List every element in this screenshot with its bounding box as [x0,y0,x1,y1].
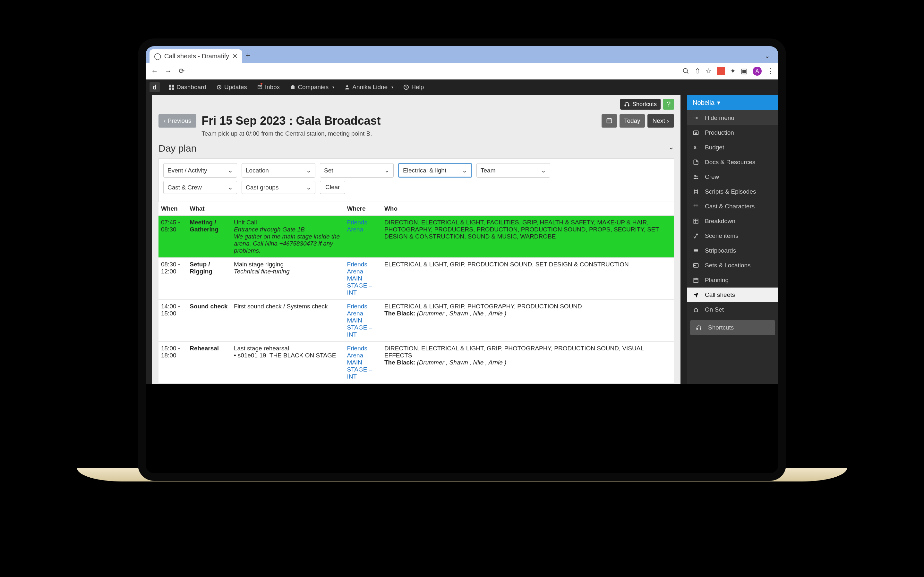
project-selector[interactable]: Nobella ▾ [687,95,779,110]
reload-button[interactable]: ⟳ [177,67,186,75]
sidebar-icon [693,203,700,210]
nav-companies[interactable]: Companies▾ [286,79,339,95]
menu-icon[interactable]: ⋮ [767,67,774,75]
tab-title: Call sheets - Dramatify [164,53,229,60]
browser-tab[interactable]: ◯ Call sheets - Dramatify ✕ [150,49,242,63]
sidebar-item[interactable]: Sets & Locations [687,258,779,273]
sidebar-item[interactable]: Crew [687,169,779,184]
svg-rect-39 [700,328,701,330]
star-icon[interactable]: ☆ [706,67,712,75]
svg-point-20 [695,132,697,134]
nav-dashboard[interactable]: Dashboard [164,79,211,95]
svg-rect-9 [292,85,294,86]
browser-toolbar: ← → ⟳ ⇧ ☆ ✦ ▣ A ⋮ [145,63,779,79]
filter-select[interactable]: Event / Activity⌄ [163,163,237,177]
section-heading: Day plan ⌄ [158,143,674,154]
location-link[interactable]: Friends ArenaMAIN STAGE – INT [347,345,372,380]
sidebar: Nobella ▾ ⇥ Hide menu Production$BudgetD… [687,95,779,384]
today-button[interactable]: Today [620,114,645,127]
svg-rect-13 [625,105,626,106]
svg-rect-38 [696,328,698,330]
clear-button[interactable]: Clear [320,181,345,194]
sidebar-item[interactable]: Scripts & Episodes [687,184,779,199]
filter-select[interactable]: Cast & Crew⌄ [163,181,237,194]
nav-updates[interactable]: Updates [212,79,252,95]
chevron-down-icon: ⌄ [541,167,546,174]
svg-rect-29 [694,249,698,250]
location-link[interactable]: Friends Arena [347,219,367,233]
svg-rect-34 [694,278,698,282]
app-topbar: d Dashboard Updates Inbox Companies▾ Ann… [145,79,779,95]
svg-point-23 [696,175,698,177]
sidebar-shortcuts[interactable]: Shortcuts [690,320,775,335]
sidebar-item[interactable]: Cast & Characters [687,199,779,214]
inbox-icon [257,85,262,90]
sidebar-item[interactable]: Breakdown [687,214,779,229]
search-icon[interactable] [682,68,690,75]
previous-button[interactable]: ‹ Previous [158,114,196,127]
svg-text:$: $ [694,145,696,150]
column-header [231,202,344,216]
sidebar-item[interactable]: Stripboards [687,243,779,258]
panel-icon[interactable]: ▣ [741,67,748,75]
calendar-button[interactable] [602,114,617,127]
forward-button[interactable]: → [164,67,173,75]
svg-rect-15 [607,119,612,123]
headphones-icon [624,101,630,107]
sidebar-item[interactable]: Production [687,125,779,140]
puzzle-icon[interactable]: ✦ [730,67,736,75]
svg-point-22 [694,175,696,177]
svg-rect-2 [169,85,171,87]
help-button[interactable]: ? [663,99,674,110]
svg-text:?: ? [405,85,407,89]
svg-point-24 [694,205,695,206]
sidebar-item[interactable]: Planning [687,273,779,287]
next-button[interactable]: Next › [648,114,674,127]
headphones-icon [696,325,704,330]
shortcuts-button[interactable]: Shortcuts [620,99,661,110]
sidebar-icon [693,306,700,313]
chevron-down-icon: ⌄ [462,167,467,174]
nav-user[interactable]: Annika Lidne▾ [340,79,398,95]
page-title: Fri 15 Sep 2023 : Gala Broadcast [202,114,596,127]
chevron-down-icon: ▾ [717,99,720,106]
filter-select[interactable]: Team⌄ [477,163,550,177]
collapse-icon[interactable]: ⌄ [668,143,674,151]
sidebar-item[interactable]: Docs & Resources [687,155,779,169]
new-tab-button[interactable]: + [246,50,250,60]
table-row: 08:30 - 12:00Setup / RiggingMain stage r… [158,258,674,300]
hide-menu-button[interactable]: ⇥ Hide menu [687,110,779,125]
tab-list-button[interactable]: ⌄ [764,52,770,60]
svg-rect-4 [169,87,171,90]
filter-select[interactable]: Electrical & light⌄ [398,163,472,177]
sidebar-icon: $ [693,144,700,151]
share-icon[interactable]: ⇧ [695,67,700,75]
app-logo[interactable]: d [150,82,160,92]
profile-avatar[interactable]: A [753,67,762,76]
sidebar-item[interactable]: Call sheets [687,287,779,302]
day-plan-table: WhenWhatWhereWho 07:45 - 08:30Meeting / … [158,202,674,384]
svg-rect-3 [172,85,174,87]
location-link[interactable]: Friends ArenaMAIN STAGE – INT [347,303,372,338]
sidebar-item[interactable]: On Set [687,302,779,317]
column-header: Who [382,202,674,216]
column-header: When [158,202,187,216]
updates-icon [216,85,222,90]
sidebar-icon [693,174,700,180]
sidebar-item[interactable]: $Budget [687,140,779,155]
sidebar-icon [693,247,700,254]
back-button[interactable]: ← [150,67,159,75]
chevron-down-icon: ⌄ [384,167,389,174]
nav-inbox[interactable]: Inbox [253,79,284,95]
filter-select[interactable]: Location⌄ [242,163,315,177]
location-link[interactable]: Friends ArenaMAIN STAGE – INT [347,261,372,296]
close-tab-icon[interactable]: ✕ [232,52,238,60]
filter-select[interactable]: Set⌄ [320,163,394,177]
nav-help[interactable]: ?Help [399,79,428,95]
svg-point-0 [683,68,688,73]
extension-icon[interactable] [717,67,725,75]
svg-point-33 [694,265,695,266]
sidebar-item[interactable]: Scene items [687,229,779,243]
favicon: ◯ [154,52,161,60]
filter-select[interactable]: Cast groups⌄ [242,181,315,194]
